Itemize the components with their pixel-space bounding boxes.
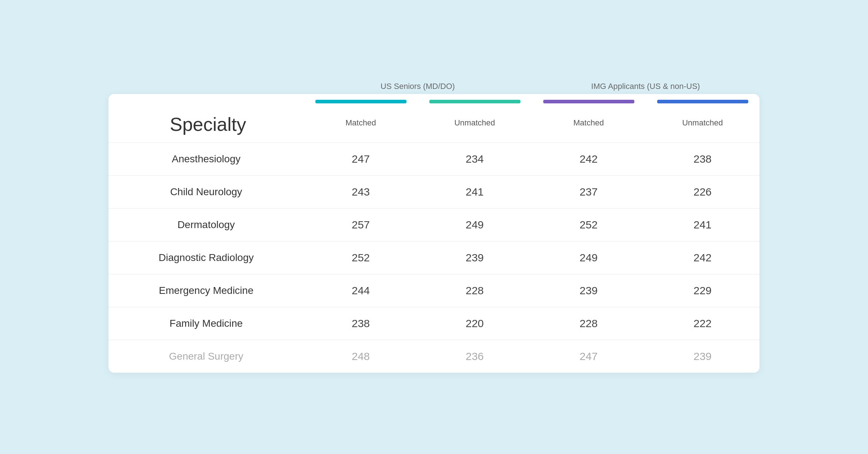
column-headers-row: Specialty Matched Unmatched Matched Unma… xyxy=(109,106,760,143)
col2-color-cell xyxy=(418,94,532,106)
imgUnmatched-cell: 239 xyxy=(646,340,760,373)
main-container: US Seniors (MD/DO) IMG Applicants (US & … xyxy=(109,82,760,373)
imgUnmatched-cell: 229 xyxy=(646,274,760,307)
imgUnmatched-cell: 238 xyxy=(646,142,760,175)
imgUnmatched-cell: 242 xyxy=(646,241,760,274)
color-bar-row xyxy=(109,94,760,106)
green-bar xyxy=(429,100,520,103)
us-seniors-label: US Seniors (MD/DO) xyxy=(380,82,455,91)
table-body: Anesthesiology247234242238Child Neurolog… xyxy=(109,142,760,373)
usSeniorsMatched-cell: 243 xyxy=(304,175,418,208)
teal-bar xyxy=(315,100,407,103)
usSeniorsUnmatched-cell: 228 xyxy=(418,274,532,307)
specialty-name-cell: General Surgery xyxy=(109,340,304,373)
imgMatched-cell: 242 xyxy=(532,142,646,175)
imgMatched-cell: 239 xyxy=(532,274,646,307)
table-wrapper: Specialty Matched Unmatched Matched Unma… xyxy=(109,94,760,373)
img-unmatched-header: Unmatched xyxy=(646,106,760,143)
col4-color-cell xyxy=(646,94,760,106)
specialty-name-cell: Anesthesiology xyxy=(109,142,304,175)
usSeniorsMatched-cell: 247 xyxy=(304,142,418,175)
imgMatched-cell: 249 xyxy=(532,241,646,274)
imgMatched-cell: 228 xyxy=(532,307,646,340)
table-row: Family Medicine238220228222 xyxy=(109,307,760,340)
specialty-name-cell: Diagnostic Radiology xyxy=(109,241,304,274)
usSeniorsMatched-cell: 252 xyxy=(304,241,418,274)
img-matched-header: Matched xyxy=(532,106,646,143)
imgMatched-cell: 247 xyxy=(532,340,646,373)
usSeniorsUnmatched-cell: 220 xyxy=(418,307,532,340)
data-table: Specialty Matched Unmatched Matched Unma… xyxy=(109,94,760,373)
table-card: Specialty Matched Unmatched Matched Unma… xyxy=(109,94,760,373)
usSeniorsUnmatched-cell: 249 xyxy=(418,208,532,241)
table-row: Diagnostic Radiology252239249242 xyxy=(109,241,760,274)
usSeniorsUnmatched-cell: 236 xyxy=(418,340,532,373)
specialty-name-cell: Child Neurology xyxy=(109,175,304,208)
imgMatched-cell: 252 xyxy=(532,208,646,241)
specialty-name-cell: Emergency Medicine xyxy=(109,274,304,307)
usSeniorsMatched-cell: 238 xyxy=(304,307,418,340)
usSeniorsMatched-cell: 244 xyxy=(304,274,418,307)
imgUnmatched-cell: 222 xyxy=(646,307,760,340)
table-row: Child Neurology243241237226 xyxy=(109,175,760,208)
specialty-color-cell xyxy=(109,94,304,106)
specialty-column-header: Specialty xyxy=(109,106,304,143)
us-unmatched-header: Unmatched xyxy=(418,106,532,143)
table-row: Dermatology257249252241 xyxy=(109,208,760,241)
us-matched-header: Matched xyxy=(304,106,418,143)
purple-bar xyxy=(543,100,634,103)
table-row: Emergency Medicine244228239229 xyxy=(109,274,760,307)
usSeniorsUnmatched-cell: 234 xyxy=(418,142,532,175)
imgMatched-cell: 237 xyxy=(532,175,646,208)
imgUnmatched-cell: 241 xyxy=(646,208,760,241)
col3-color-cell xyxy=(532,94,646,106)
col1-color-cell xyxy=(304,94,418,106)
group-headers-row: US Seniors (MD/DO) IMG Applicants (US & … xyxy=(109,82,760,91)
usSeniorsMatched-cell: 257 xyxy=(304,208,418,241)
table-row: Anesthesiology247234242238 xyxy=(109,142,760,175)
blue-bar xyxy=(657,100,748,103)
specialty-name-cell: Family Medicine xyxy=(109,307,304,340)
usSeniorsUnmatched-cell: 241 xyxy=(418,175,532,208)
imgUnmatched-cell: 226 xyxy=(646,175,760,208)
img-applicants-group-header: IMG Applicants (US & non-US) xyxy=(532,82,760,91)
specialty-name-cell: Dermatology xyxy=(109,208,304,241)
table-row: General Surgery248236247239 xyxy=(109,340,760,373)
img-applicants-label: IMG Applicants (US & non-US) xyxy=(591,82,700,91)
us-seniors-group-header: US Seniors (MD/DO) xyxy=(304,82,532,91)
usSeniorsUnmatched-cell: 239 xyxy=(418,241,532,274)
usSeniorsMatched-cell: 248 xyxy=(304,340,418,373)
